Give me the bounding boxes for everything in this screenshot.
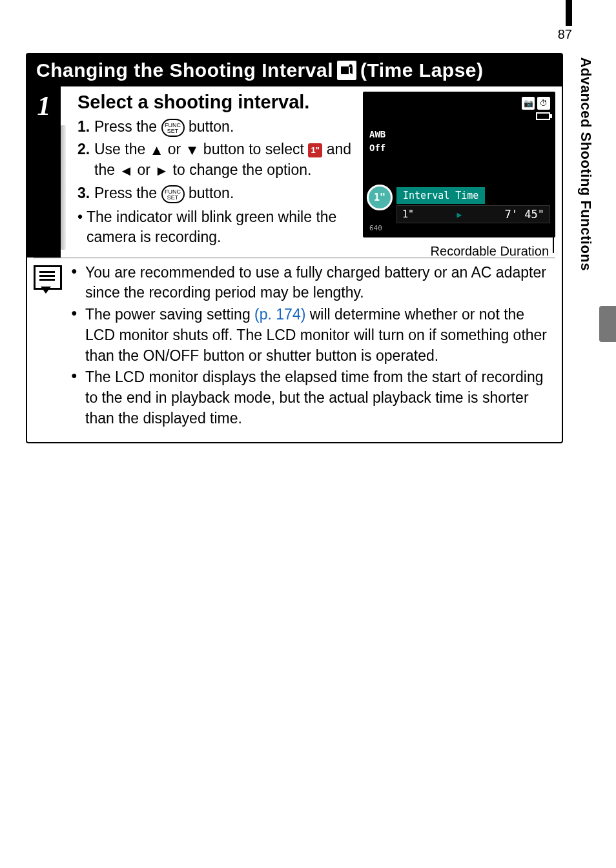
note-2-text-a: The power saving setting xyxy=(85,306,254,323)
page-marker xyxy=(566,0,572,26)
substep-2-text-e: or xyxy=(138,161,155,178)
step-heading: Select a shooting interval. xyxy=(77,92,355,113)
resolution-indicator: 640 xyxy=(369,224,382,232)
substep-1-text-a: Press the xyxy=(94,118,161,135)
page-ref-link[interactable]: (p. 174) xyxy=(254,306,305,323)
section-title-bar: Changing the Shooting Interval (Time Lap… xyxy=(27,54,562,86)
page-number: 87 xyxy=(558,27,572,42)
left-arrow-icon: ◄ xyxy=(119,161,133,181)
indicator-note: The indicator will blink green while the… xyxy=(77,207,355,247)
interval-value-bar: 1" ▶ 7' 45" xyxy=(396,205,550,223)
substep-1-text-b: button. xyxy=(189,118,234,135)
flash-off-indicator: Off xyxy=(369,141,385,155)
substep-3-text-a: Press the xyxy=(94,185,161,201)
substep-1: 1. Press the FUNC SET button. xyxy=(77,117,355,137)
interval-value: 1" xyxy=(402,208,414,220)
up-arrow-icon: ▲ xyxy=(150,141,164,160)
note-1: You are recommended to use a fully charg… xyxy=(71,263,554,303)
func-label-bottom-2: SET xyxy=(167,195,179,201)
timelapse-mode-icon xyxy=(337,61,356,80)
svg-rect-0 xyxy=(341,66,349,74)
section-tab xyxy=(599,306,616,342)
substep-2-text-f: to change the option. xyxy=(173,161,312,178)
note-2: The power saving setting (p. 174) will d… xyxy=(71,305,554,366)
note-3: The LCD monitor displays the elapsed tim… xyxy=(71,367,554,429)
substep-3-num: 3. xyxy=(77,183,94,203)
substep-2: 2. Use the ▲ or ▼ button to select 1" an… xyxy=(77,139,355,181)
lcd-left-column: AWB Off xyxy=(369,128,385,155)
content-frame: Changing the Shooting Interval (Time Lap… xyxy=(26,53,563,443)
down-arrow-icon: ▼ xyxy=(185,141,200,160)
substep-1-num: 1. xyxy=(77,117,94,137)
recordable-duration-label: Recordable Duration xyxy=(431,244,549,259)
step-1: 1 Select a shooting interval. 1. Press t… xyxy=(27,86,562,257)
section-title-left: Changing the Shooting Interval xyxy=(36,59,333,81)
right-arrow-icon: ► xyxy=(154,161,169,181)
substep-3-text-b: button. xyxy=(189,185,234,201)
camera-lcd-preview: 📷 ⏱ AWB Off 1" Interval Time 1" ▶ 7' 45"… xyxy=(363,92,555,237)
notes-block: You are recommended to use a fully charg… xyxy=(27,259,562,442)
battery-icon xyxy=(536,112,550,120)
section-side-label: Advanced Shooting Functions xyxy=(577,57,594,271)
note-icon xyxy=(34,265,62,290)
substep-2-text-a: Use the xyxy=(94,141,150,157)
substep-2-text-c: button to select xyxy=(203,141,308,157)
interval-highlight-circle: 1" xyxy=(367,185,393,210)
substep-2-num: 2. xyxy=(77,139,94,181)
interval-adjust-arrow-icon: ▶ xyxy=(457,210,462,219)
func-set-button-icon-2: FUNC SET xyxy=(161,185,185,203)
timelapse-mode-icon-lcd: ⏱ xyxy=(537,97,550,110)
step-number: 1 xyxy=(27,86,61,257)
recordable-duration-value: 7' 45" xyxy=(505,208,544,221)
substep-3: 3. Press the FUNC SET button. xyxy=(77,183,355,203)
awb-indicator: AWB xyxy=(369,128,385,141)
callout-line xyxy=(553,236,554,253)
func-label-bottom: SET xyxy=(167,128,179,134)
orientation-icon: 📷 xyxy=(522,97,535,110)
svg-point-1 xyxy=(349,65,353,68)
section-title-right: (Time Lapse) xyxy=(360,59,484,81)
interval-seconds-icon: 1" xyxy=(308,143,322,157)
interval-time-label: Interval Time xyxy=(396,187,485,204)
func-set-button-icon: FUNC SET xyxy=(161,119,185,137)
step-body: Select a shooting interval. 1. Press the… xyxy=(61,86,562,257)
substep-2-text-b: or xyxy=(168,141,185,157)
